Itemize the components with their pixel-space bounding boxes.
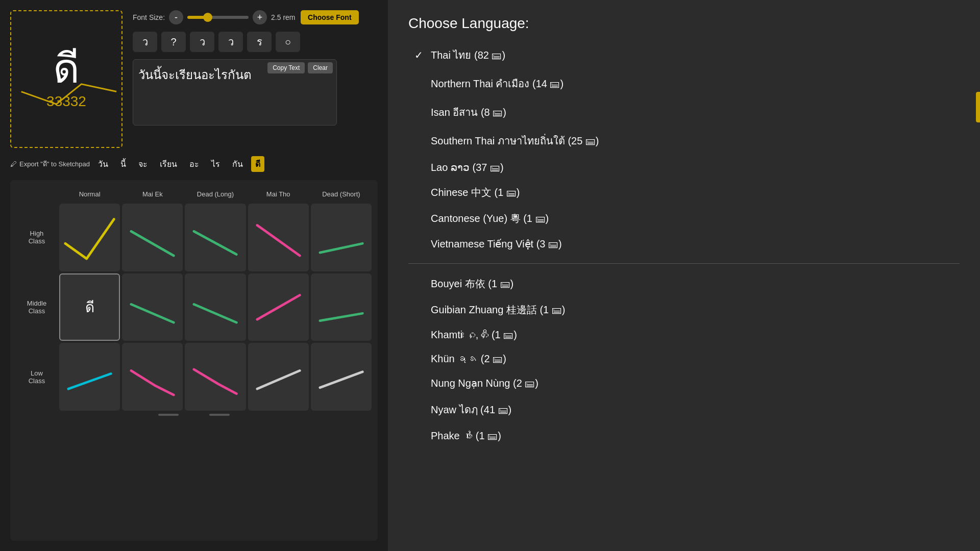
lang-lao-label: Lao ລາວ (37 🖴) [431,161,504,173]
quick-char-2[interactable]: ว [190,32,214,52]
row-label-high: HighClass [16,204,57,271]
check-empty-10 [414,329,427,341]
cell-high-maitho[interactable] [248,204,309,271]
check-empty-14 [414,430,427,442]
syllable-a[interactable]: อะ [185,156,203,172]
preview-char: ดี [53,48,80,89]
quick-char-4[interactable]: ร [247,32,272,52]
header-dead-long: Dead (Long) [185,186,246,202]
language-divider [408,263,960,264]
syllable-dee[interactable]: ดี [251,156,264,172]
right-accent-bar [976,92,980,122]
syllable-wan[interactable]: วัน [94,156,112,172]
quick-char-3[interactable]: ว [218,32,243,52]
lang-nyaw-label: Nyaw ไดฦ (41 🖴) [431,402,511,418]
svg-line-8 [320,372,362,388]
font-controls-row: Font Size: - + 2.5 rem Choose Font [133,10,378,24]
lang-northern-thai-label: Northern Thai คำเมือง (14 🖴) [431,76,564,92]
cell-middle-deadlong[interactable] [185,273,246,341]
lang-isan-label: Isan อีสาน (8 🖴) [431,104,506,120]
choose-font-button[interactable]: Choose Font [301,10,359,24]
cell-high-normal[interactable] [59,204,120,271]
syllable-rai[interactable]: ไร [207,156,224,172]
header-dead-short: Dead (Short) [311,186,372,202]
lang-thai-label: Thai ไทย (82 🖴) [431,47,505,63]
cell-low-deadshort[interactable] [311,343,372,411]
cell-middle-maitho[interactable] [248,273,309,341]
row-label-low: LowClass [16,343,57,411]
syllable-ja[interactable]: จะ [134,156,152,172]
lang-phake[interactable]: Phake ဖၢႆႉ (1 🖴) [408,425,960,447]
check-thai: ✓ [414,49,427,61]
lang-guibian-zhuang[interactable]: Guibian Zhuang 桂邊話 (1 🖴) [408,298,960,322]
syllable-ni[interactable]: นี้ [116,156,130,172]
header-empty [16,186,57,202]
lang-khun[interactable]: Khün ᨡᩩᩁ (2 🖴) [408,348,960,370]
lang-isan[interactable]: Isan อีสาน (8 🖴) [408,99,960,126]
export-icon: 🖊 [10,160,17,168]
quick-char-5[interactable]: ○ [276,32,300,52]
cell-low-maiek[interactable] [122,343,183,411]
increase-font-button[interactable]: + [253,10,267,24]
svg-line-3 [131,304,174,322]
cell-low-maitho[interactable] [248,343,309,411]
check-empty-1 [414,78,427,90]
text-area-section: Copy Text Clear วันนี้จะเรียนอะไรกันต [133,59,337,128]
cell-high-deadshort[interactable] [311,204,372,271]
lang-northern-thai[interactable]: Northern Thai คำเมือง (14 🖴) [408,70,960,97]
cell-high-maiek[interactable] [122,204,183,271]
scroll-indicators [16,411,372,416]
decrease-font-button[interactable]: - [169,10,183,24]
lang-southern-thai[interactable]: Southern Thai ภาษาไทยถิ่นใต้ (25 🖴) [408,128,960,154]
language-list: ✓ Thai ไทย (82 🖴) Northern Thai คำเมือง … [408,42,960,447]
cell-low-deadlong[interactable] [185,343,246,411]
preview-box: ดี 33332 [10,10,122,148]
lang-vietnamese[interactable]: Vietnamese Tiếng Việt (3 🖴) [408,233,960,255]
cell-high-deadlong[interactable] [185,204,246,271]
copy-text-button[interactable]: Copy Text [267,62,305,73]
cell-middle-normal[interactable]: ดี [59,273,120,341]
quick-chars-row: ว ? ว ว ร ○ [133,32,378,52]
header-mai-ek: Mai Ek [122,186,183,202]
svg-line-1 [194,231,236,254]
check-empty-4 [414,162,427,173]
lang-bouyei[interactable]: Bouyei 布依 (1 🖴) [408,272,960,296]
cell-low-normal[interactable] [59,343,120,411]
lang-cantonese-label: Cantonese (Yue) 粵 (1 🖴) [431,212,549,226]
syllable-rian[interactable]: เรียน [156,156,181,172]
check-empty-5 [414,187,427,198]
font-size-slider[interactable] [187,16,249,19]
check-empty-8 [414,278,427,290]
export-row: 🖊 Export "ดี" to Sketchpad วัน นี้ จะ เร… [10,156,378,172]
export-label: Export "ดี" to Sketchpad [19,159,90,169]
syllable-gan[interactable]: กัน [228,156,247,172]
lang-nung[interactable]: Nung Ngạn Nùng (2 🖴) [408,372,960,394]
quick-char-1[interactable]: ? [161,32,186,52]
cell-middle-deadshort[interactable] [311,273,372,341]
check-empty-11 [414,353,427,365]
check-empty-3 [414,135,427,147]
svg-line-7 [257,371,299,389]
svg-line-4 [194,304,236,322]
quick-char-0[interactable]: ว [133,32,157,52]
svg-line-6 [68,374,111,389]
lang-cantonese[interactable]: Cantonese (Yue) 粵 (1 🖴) [408,207,960,231]
check-empty-2 [414,107,427,118]
lang-chinese[interactable]: Chinese 中文 (1 🖴) [408,181,960,205]
lang-nyaw[interactable]: Nyaw ไดฦ (41 🖴) [408,396,960,423]
clear-button[interactable]: Clear [308,62,333,73]
lang-nung-label: Nung Ngạn Nùng (2 🖴) [431,377,538,389]
check-empty-6 [414,213,427,224]
font-size-label: Font Size: [133,13,165,21]
cell-middle-maiek[interactable] [122,273,183,341]
row-label-middle: MiddleClass [16,273,57,341]
export-button[interactable]: 🖊 Export "ดี" to Sketchpad [10,159,90,169]
lang-lao[interactable]: Lao ລາວ (37 🖴) [408,156,960,179]
lang-southern-thai-label: Southern Thai ภาษาไทยถิ่นใต้ (25 🖴) [431,133,599,149]
lang-thai[interactable]: ✓ Thai ไทย (82 🖴) [408,42,960,68]
lang-khamti[interactable]: Khamti ၵႄႇ,တီႈ (1 🖴) [408,324,960,346]
header-normal: Normal [59,186,120,202]
left-panel: ดี 33332 Font Size: - + 2.5 rem Choose F… [0,0,388,551]
lang-phake-label: Phake ဖၢႆႉ (1 🖴) [431,430,501,442]
check-empty-7 [414,238,427,250]
